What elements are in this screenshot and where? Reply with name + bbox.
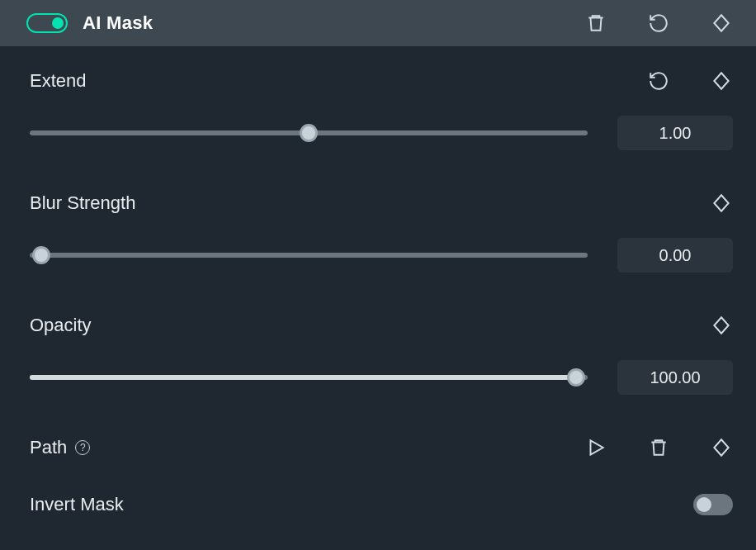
extend-control: Extend 1.00 [30, 69, 733, 150]
invert-toggle[interactable] [693, 494, 733, 515]
panel-title: AI Mask [83, 12, 153, 34]
blur-control: Blur Strength 0.00 [30, 192, 733, 273]
path-delete-icon[interactable] [647, 436, 670, 459]
path-label-wrap: Path ? [30, 437, 90, 458]
extend-keyframe-icon[interactable] [710, 69, 733, 92]
extend-label: Extend [30, 70, 87, 92]
delete-icon[interactable] [584, 12, 607, 35]
path-control: Path ? [30, 436, 733, 459]
blur-keyframe-icon[interactable] [710, 192, 733, 215]
extend-slider[interactable] [30, 130, 588, 135]
panel-body: Extend 1.00 Blur Strength [0, 46, 756, 515]
opacity-control: Opacity 100.00 [30, 314, 733, 395]
invert-label: Invert Mask [30, 494, 124, 515]
opacity-label: Opacity [30, 315, 92, 336]
reset-icon[interactable] [647, 12, 670, 35]
blur-slider[interactable] [30, 253, 588, 258]
extend-reset-icon[interactable] [647, 69, 670, 92]
panel-header: AI Mask [0, 0, 756, 46]
ai-mask-toggle[interactable] [26, 13, 68, 33]
keyframe-icon[interactable] [710, 12, 733, 35]
extend-value[interactable]: 1.00 [617, 116, 733, 150]
blur-label: Blur Strength [30, 192, 135, 214]
blur-slider-thumb[interactable] [32, 246, 50, 264]
extend-slider-thumb[interactable] [300, 124, 318, 142]
opacity-slider-fill [30, 375, 576, 380]
opacity-value[interactable]: 100.00 [617, 360, 733, 395]
opacity-slider-thumb[interactable] [567, 368, 585, 386]
header-actions [584, 12, 733, 35]
blur-value[interactable]: 0.00 [617, 238, 733, 273]
path-play-icon[interactable] [584, 436, 607, 459]
invert-toggle-knob [697, 497, 711, 512]
opacity-keyframe-icon[interactable] [710, 314, 733, 337]
path-label: Path [30, 437, 67, 458]
path-help-icon[interactable]: ? [75, 440, 90, 455]
path-keyframe-icon[interactable] [710, 436, 733, 459]
opacity-slider[interactable] [30, 375, 588, 380]
invert-row: Invert Mask [30, 494, 733, 515]
toggle-knob [52, 17, 64, 29]
